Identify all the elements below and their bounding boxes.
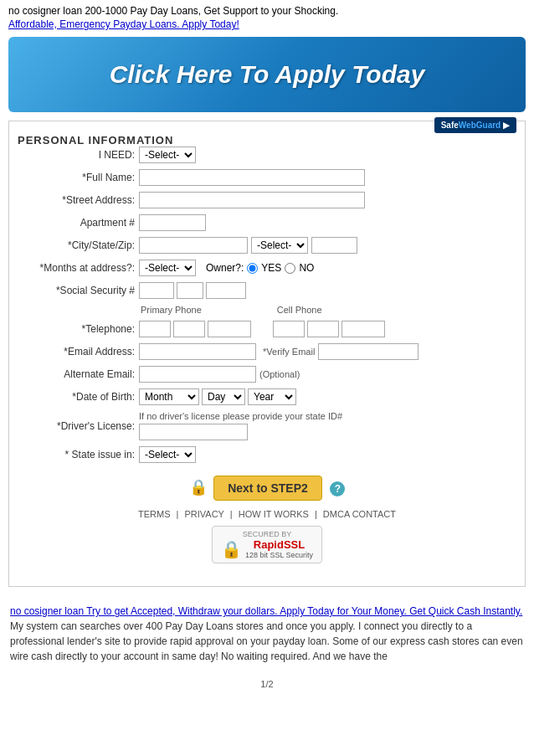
sep1: | — [177, 509, 182, 519]
owner-label: Owner?: — [206, 262, 244, 274]
ssl-lock-icon: 🔒 — [221, 539, 242, 559]
dob-day-select[interactable]: Day — [202, 388, 245, 405]
banner[interactable]: Click Here To Apply Today — [8, 37, 526, 112]
months-label: *Months at address?: — [18, 262, 139, 274]
alt-email-input[interactable] — [139, 366, 256, 383]
privacy-link[interactable]: PRIVACY — [184, 509, 223, 519]
ssn-label: *Social Security # — [18, 285, 139, 296]
apartment-input[interactable] — [139, 214, 206, 231]
sep3: | — [315, 509, 320, 519]
email-row: *Email Address: *Verify Email — [18, 343, 516, 360]
i-need-row: I NEED: -Select- — [18, 147, 516, 163]
owner-group: Owner?: YES NO — [206, 262, 314, 274]
drivers-license-row: *Driver's License: If no driver's licens… — [18, 411, 516, 440]
safeguard-badge: SafeWebGuard ▶ — [434, 117, 516, 133]
how-it-works-link[interactable]: HOW IT WORKS — [239, 509, 309, 519]
ssl-badge-inner: SECURED BY 🔒 RapidSSL 128 bit SSL Securi… — [212, 526, 322, 563]
full-name-label: *Full Name: — [18, 172, 139, 183]
zip-input[interactable] — [311, 237, 357, 254]
bottom-text-section: no cosigner loan Try to get Accepted, Wi… — [0, 595, 534, 672]
owner-yes-radio[interactable] — [247, 263, 258, 274]
state-issue-label: * State issue in: — [18, 449, 139, 460]
lock-icon: 🔒 — [189, 479, 208, 496]
ssn-part3[interactable] — [206, 282, 246, 299]
apartment-label: Apartment # — [18, 217, 139, 229]
street-address-label: *Street Address: — [18, 194, 139, 206]
street-address-input[interactable] — [139, 192, 365, 208]
city-state-zip-label: *City/State/Zip: — [18, 239, 139, 251]
banner-text: Click Here To Apply Today — [25, 60, 509, 89]
months-owner-row: *Months at address?: -Select- Owner?: YE… — [18, 260, 516, 276]
alt-email-label: Alternate Email: — [18, 368, 139, 380]
page-number: 1/2 — [0, 679, 534, 689]
form-container: PERSONAL INFORMATION SafeWebGuard ▶ I NE… — [8, 121, 526, 587]
top-link[interactable]: Affordable, Emergency Payday Loans. Appl… — [0, 18, 534, 37]
ssn-inputs — [139, 282, 246, 299]
email-label: *Email Address: — [18, 346, 139, 357]
street-address-row: *Street Address: — [18, 192, 516, 208]
telephone-row: *Telephone: — [18, 321, 516, 337]
phone-labels-row: Primary Phone Cell Phone — [18, 305, 516, 315]
ssl-badge: SECURED BY 🔒 RapidSSL 128 bit SSL Securi… — [18, 526, 516, 563]
owner-no-label: NO — [299, 262, 314, 274]
cell-phone-line[interactable] — [341, 321, 385, 337]
state-issue-row: * State issue in: -Select- — [18, 446, 516, 463]
i-need-select[interactable]: -Select- — [139, 147, 196, 163]
full-name-input[interactable] — [139, 169, 365, 186]
primary-email-input[interactable] — [139, 343, 256, 360]
owner-yes-label: YES — [261, 262, 281, 274]
bottom-link[interactable]: no cosigner loan Try to get Accepted, Wi… — [10, 605, 522, 617]
secured-by-text: SECURED BY — [221, 530, 313, 538]
dob-label: *Date of Birth: — [18, 391, 139, 403]
dmca-link[interactable]: DMCA CONTACT — [323, 509, 396, 519]
help-icon[interactable]: ? — [330, 481, 345, 496]
i-need-label: I NEED: — [18, 149, 139, 161]
drivers-license-input[interactable] — [139, 424, 248, 440]
optional-label: (Optional) — [259, 369, 300, 379]
footer-links: TERMS | PRIVACY | HOW IT WORKS | DMCA CO… — [18, 509, 516, 519]
terms-link[interactable]: TERMS — [138, 509, 171, 519]
ssl-description: 128 bit SSL Security — [245, 551, 313, 559]
telephone-label: *Telephone: — [18, 323, 139, 335]
bottom-body: My system can searches over 400 Pay Day … — [10, 620, 523, 662]
sep2: | — [230, 509, 235, 519]
cell-phone-prefix[interactable] — [307, 321, 339, 337]
cell-phone-area[interactable] — [273, 321, 305, 337]
top-headline: no cosigner loan 200-1000 Pay Day Loans,… — [0, 0, 534, 18]
verify-email-input[interactable] — [318, 343, 418, 360]
ssn-row: *Social Security # — [18, 282, 516, 299]
dob-row: *Date of Birth: Month Day Year — [18, 388, 516, 405]
section-title: PERSONAL INFORMATION — [18, 134, 173, 147]
owner-no-radio[interactable] — [285, 263, 295, 274]
primary-phone-line[interactable] — [208, 321, 251, 337]
city-input[interactable] — [139, 237, 248, 254]
state-issue-select[interactable]: -Select- — [139, 446, 196, 463]
dob-year-select[interactable]: Year — [248, 388, 296, 405]
months-select[interactable]: -Select- — [139, 260, 196, 276]
dob-month-select[interactable]: Month — [139, 388, 199, 405]
apartment-row: Apartment # — [18, 214, 516, 231]
full-name-row: *Full Name: — [18, 169, 516, 186]
drivers-license-label: *Driver's License: — [18, 420, 139, 432]
state-select[interactable]: -Select- — [251, 237, 308, 254]
primary-phone-prefix[interactable] — [173, 321, 205, 337]
cell-phone-col-label: Cell Phone — [277, 305, 322, 315]
alt-email-row: Alternate Email: (Optional) — [18, 366, 516, 383]
primary-phone-area[interactable] — [139, 321, 171, 337]
primary-phone-col-label: Primary Phone — [141, 305, 202, 315]
ssn-part2[interactable] — [177, 282, 203, 299]
city-state-zip-row: *City/State/Zip: -Select- — [18, 237, 516, 254]
dob-inputs: Month Day Year — [139, 388, 296, 405]
drivers-note: If no driver's license please provide yo… — [139, 411, 342, 421]
verify-email-label: *Verify Email — [263, 347, 315, 357]
ssn-part1[interactable] — [139, 282, 174, 299]
ssl-brand: RapidSSL — [245, 538, 313, 551]
next-step-button[interactable]: Next to STEP2 — [213, 476, 322, 501]
next-step-section: 🔒 Next to STEP2 ? — [18, 476, 516, 501]
